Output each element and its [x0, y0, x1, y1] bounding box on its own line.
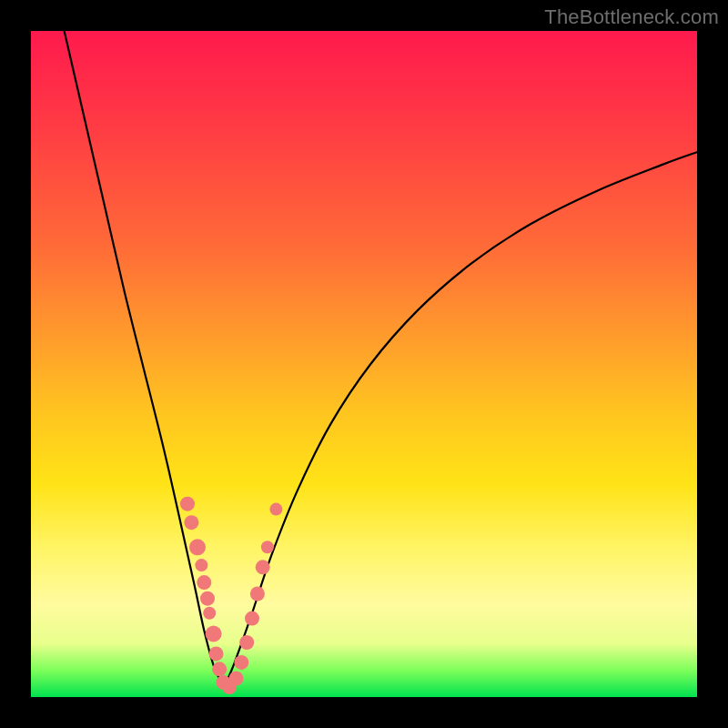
- data-marker: [250, 587, 265, 602]
- data-marker: [212, 662, 227, 676]
- data-marker: [261, 541, 274, 553]
- data-marker: [209, 646, 224, 661]
- data-marker: [245, 612, 259, 626]
- chart-svg: [31, 31, 697, 697]
- data-marker: [234, 655, 248, 670]
- data-marker: [200, 592, 215, 606]
- curve-right-branch: [224, 152, 697, 687]
- chart-frame: TheBottleneck.com: [0, 0, 728, 728]
- data-marker: [239, 635, 254, 650]
- data-marker: [206, 626, 222, 642]
- data-marker: [195, 559, 207, 571]
- data-marker: [269, 503, 282, 516]
- plot-area: [31, 31, 697, 697]
- curve-left-branch: [65, 31, 225, 687]
- data-marker: [184, 515, 198, 530]
- data-marker: [180, 497, 195, 511]
- data-marker: [189, 539, 206, 555]
- data-marker: [229, 672, 244, 686]
- data-marker: [203, 607, 216, 620]
- data-marker: [197, 575, 211, 590]
- marker-group: [180, 497, 282, 694]
- watermark-text: TheBottleneck.com: [544, 5, 719, 29]
- data-marker: [256, 560, 270, 574]
